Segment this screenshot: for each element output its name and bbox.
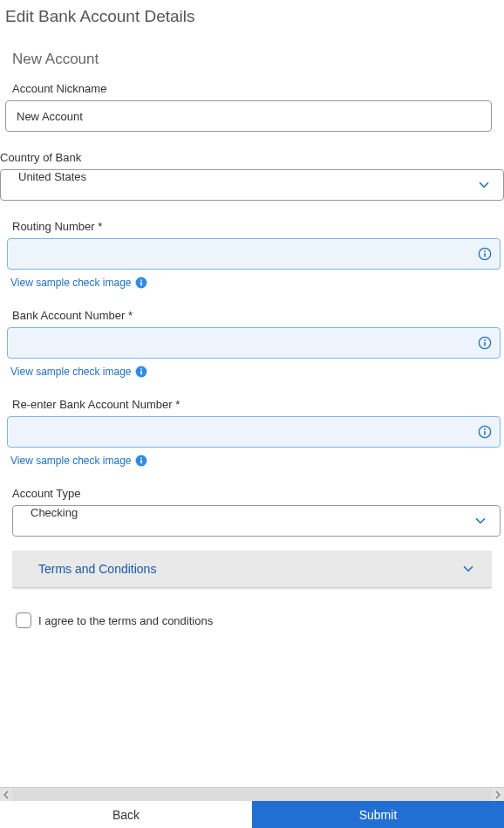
scroll-track[interactable] <box>12 788 492 802</box>
reenter-label: Re-enter Bank Account Number * <box>0 393 504 416</box>
info-icon[interactable] <box>478 425 492 439</box>
section-title: New Account <box>0 31 504 77</box>
country-select[interactable]: United States <box>0 169 504 201</box>
country-label: Country of Bank <box>0 146 504 169</box>
field-country: Country of Bank United States <box>0 146 504 201</box>
routing-input[interactable] <box>7 238 501 270</box>
routing-label: Routing Number * <box>0 215 504 238</box>
field-account: Bank Account Number * View sample check … <box>0 304 504 379</box>
field-nickname: Account Nickname <box>0 77 504 132</box>
footer-buttons: Back Submit <box>0 801 504 828</box>
account-type-select[interactable]: Checking <box>12 505 501 537</box>
scroll-right-arrow[interactable] <box>492 788 504 802</box>
reenter-sample-link[interactable]: View sample check image <box>0 448 147 467</box>
terms-accordion[interactable]: Terms and Conditions <box>12 551 492 588</box>
info-badge-icon <box>135 366 147 378</box>
field-account-type: Account Type Checking <box>0 482 504 537</box>
sample-link-text: View sample check image <box>10 277 132 289</box>
nickname-input[interactable] <box>5 100 492 132</box>
info-badge-icon <box>135 455 147 467</box>
scroll-left-arrow[interactable] <box>0 788 12 802</box>
account-label: Bank Account Number * <box>0 304 504 327</box>
info-icon[interactable] <box>478 336 492 350</box>
info-icon[interactable] <box>478 247 492 261</box>
field-reenter: Re-enter Bank Account Number * View samp… <box>0 393 504 468</box>
reenter-input[interactable] <box>7 416 501 448</box>
info-badge-icon <box>135 277 147 289</box>
chevron-down-icon <box>460 561 476 577</box>
sample-link-text: View sample check image <box>10 366 132 378</box>
horizontal-scrollbar[interactable] <box>0 787 504 801</box>
submit-button[interactable]: Submit <box>252 801 504 828</box>
account-input[interactable] <box>7 327 501 359</box>
agree-row: I agree to the terms and conditions <box>0 588 504 628</box>
agree-checkbox[interactable] <box>16 612 31 628</box>
account-sample-link[interactable]: View sample check image <box>0 359 147 378</box>
account-type-label: Account Type <box>0 482 504 505</box>
back-button[interactable]: Back <box>0 801 252 828</box>
agree-text: I agree to the terms and conditions <box>38 614 213 627</box>
sample-link-text: View sample check image <box>10 455 132 467</box>
page-title: Edit Bank Account Details <box>0 0 504 31</box>
routing-sample-link[interactable]: View sample check image <box>0 270 147 289</box>
terms-title: Terms and Conditions <box>38 562 156 576</box>
field-routing: Routing Number * View sample check image <box>0 215 504 290</box>
nickname-label: Account Nickname <box>0 77 504 100</box>
